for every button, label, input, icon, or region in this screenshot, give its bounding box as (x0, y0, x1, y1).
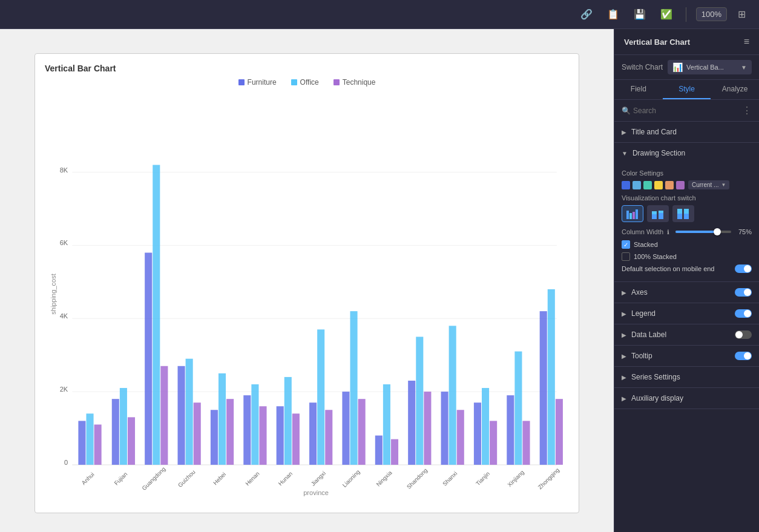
color-swatch-1[interactable] (622, 181, 630, 189)
svg-rect-27 (251, 384, 258, 465)
search-input[interactable] (633, 107, 740, 115)
stacked-checkbox[interactable]: ✓ (622, 240, 630, 249)
svg-text:Fujian: Fujian (113, 471, 128, 487)
color-swatch-4[interactable] (654, 181, 663, 189)
stacked-checkbox-row: ✓ Stacked (622, 240, 752, 249)
svg-rect-32 (309, 402, 317, 465)
section-tooltip[interactable]: ▶ Tooltip (614, 346, 759, 367)
color-swatch-6[interactable] (676, 181, 685, 189)
viz-btn-100stacked[interactable] (672, 205, 694, 222)
svg-text:Liaoning: Liaoning (341, 468, 361, 488)
drawing-section-content: Color Settings Current ... ▼ Visualizati… (614, 163, 759, 282)
viz-btn-grouped[interactable] (622, 205, 643, 222)
panel-menu-icon[interactable]: ≡ (744, 36, 749, 47)
legend-item-furniture: Furniture (238, 78, 277, 87)
section-axes-label: Axes (631, 288, 735, 297)
column-width-info-icon: ℹ (667, 229, 669, 235)
svg-text:Tianjin: Tianjin (475, 470, 491, 487)
svg-rect-22 (194, 402, 201, 465)
check-icon[interactable]: ✅ (657, 6, 676, 22)
section-axes[interactable]: ▶ Axes (614, 282, 759, 303)
mobile-toggle[interactable] (735, 264, 752, 273)
section-tooltip-label: Tooltip (631, 352, 735, 360)
viz-btn-stacked[interactable] (647, 205, 669, 222)
section-legend[interactable]: ▶ Legend (614, 303, 759, 324)
svg-rect-23 (211, 410, 218, 465)
svg-rect-74 (632, 212, 635, 219)
switch-chart-label: Switch Chart (622, 63, 663, 71)
svg-rect-81 (677, 209, 682, 214)
tooltip-toggle[interactable] (735, 352, 752, 360)
chart-container: Vertical Bar Chart Furniture Office Tech… (34, 53, 579, 513)
svg-text:2K: 2K (60, 386, 68, 393)
svg-text:Hunan: Hunan (277, 470, 294, 487)
svg-rect-50 (507, 395, 514, 465)
stacked-100-checkbox[interactable] (622, 252, 630, 261)
svg-rect-75 (636, 209, 638, 219)
link-icon[interactable]: 🔗 (577, 6, 596, 22)
tab-field[interactable]: Field (614, 80, 663, 99)
tab-style[interactable]: Style (663, 80, 711, 99)
toolbar-divider (686, 7, 686, 22)
svg-rect-80 (677, 214, 682, 219)
svg-text:Zhongqing: Zhongqing (536, 467, 560, 491)
svg-rect-47 (474, 402, 481, 465)
section-title-and-card-label: Title and Card (631, 128, 752, 136)
stacked-label: Stacked (634, 241, 658, 248)
section-auxiliary-display[interactable]: ▶ Auxiliary display (614, 388, 759, 409)
svg-text:shipping_cost: shipping_cost (50, 274, 57, 315)
svg-rect-78 (659, 213, 663, 219)
mobile-label: Default selection on mobile end (622, 265, 731, 272)
svg-rect-11 (78, 421, 85, 465)
svg-rect-36 (350, 311, 357, 465)
section-series-settings[interactable]: ▶ Series Settings (614, 367, 759, 388)
section-data-label[interactable]: ▶ Data Label (614, 324, 759, 346)
section-data-label-label: Data Label (631, 330, 735, 339)
svg-rect-39 (383, 384, 390, 465)
svg-text:Hebei: Hebei (212, 471, 227, 486)
section-legend-label: Legend (631, 309, 735, 318)
legend-toggle[interactable] (735, 309, 752, 318)
column-width-slider[interactable] (675, 231, 731, 233)
svg-rect-45 (449, 326, 456, 465)
svg-rect-33 (317, 329, 324, 465)
legend-dot-technique (334, 79, 340, 85)
color-dropdown[interactable]: Current ... ▼ (688, 180, 729, 189)
svg-text:Xinjiang: Xinjiang (506, 469, 525, 488)
zoom-control[interactable]: 100% (696, 7, 727, 21)
legend-label-furniture: Furniture (248, 78, 277, 87)
svg-text:4K: 4K (60, 312, 68, 320)
save-icon[interactable]: 💾 (630, 6, 649, 22)
tab-analyze[interactable]: Analyze (711, 80, 759, 99)
svg-rect-20 (178, 366, 185, 465)
viz-switch-label: Visualization chart switch (622, 194, 752, 202)
mobile-default-row: Default selection on mobile end (622, 264, 752, 273)
chart-title: Vertical Bar Chart (45, 64, 569, 73)
toolbar: 🔗 📋 💾 ✅ 100% ⊞ (0, 0, 759, 29)
svg-rect-72 (626, 211, 629, 219)
switch-chart-select[interactable]: 📊 Vertical Ba... ▼ (668, 60, 752, 74)
section-title-and-card[interactable]: ▶ Title and Card (614, 122, 759, 143)
svg-rect-28 (259, 406, 266, 465)
svg-rect-73 (629, 213, 632, 219)
color-dropdown-arrow: ▼ (721, 182, 726, 188)
svg-rect-12 (86, 413, 93, 465)
legend-dot-office (291, 79, 297, 85)
color-swatch-2[interactable] (632, 181, 641, 189)
grid-icon[interactable]: ⊞ (734, 6, 749, 22)
svg-rect-52 (522, 421, 530, 465)
legend-label-office: Office (300, 78, 319, 87)
svg-rect-37 (358, 399, 366, 465)
right-panel: Vertical Bar Chart ≡ Switch Chart 📊 Vert… (614, 29, 759, 532)
color-swatch-3[interactable] (643, 181, 652, 189)
color-swatch-5[interactable] (665, 181, 674, 189)
data-label-toggle[interactable] (735, 330, 752, 339)
svg-text:0: 0 (64, 459, 68, 466)
chevron-right-icon: ▶ (622, 129, 626, 136)
more-options-icon[interactable]: ⋮ (742, 105, 752, 116)
section-drawing-header[interactable]: ▼ Drawing Section (614, 143, 759, 163)
svg-text:Anhui: Anhui (80, 471, 96, 486)
copy-icon[interactable]: 📋 (603, 6, 623, 22)
svg-rect-49 (490, 421, 497, 465)
axes-toggle[interactable] (735, 288, 752, 297)
